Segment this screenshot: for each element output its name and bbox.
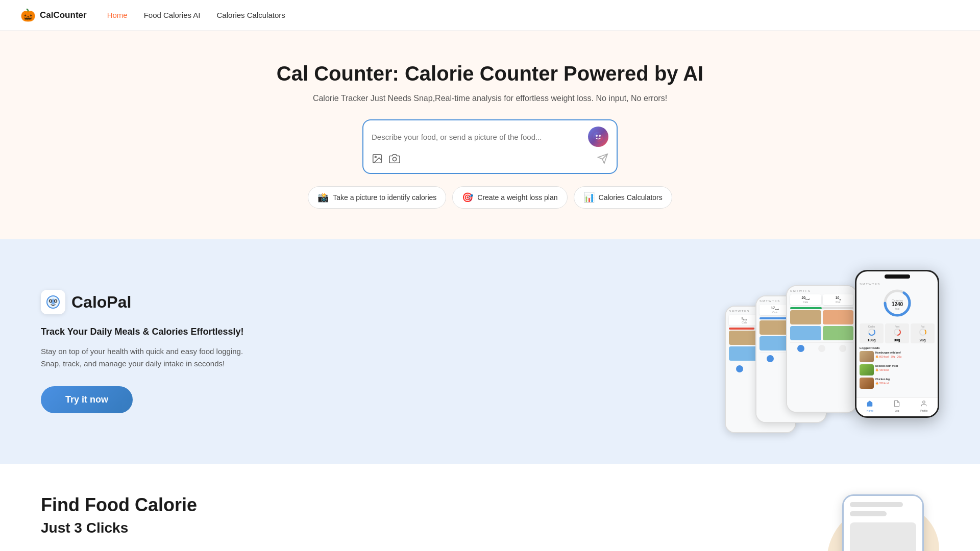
macro-carbs-circle <box>868 328 876 336</box>
svg-point-0 <box>593 132 603 142</box>
phone-main-screen: S M T W T F S Calories 1240 kcal <box>856 271 938 416</box>
nav-link-home[interactable]: Home <box>107 11 128 19</box>
take-picture-label: Take a picture to identify calories <box>333 193 436 202</box>
calopal-name: CaloPal <box>71 293 131 312</box>
search-top <box>372 127 608 147</box>
food-item-row: Hamburger with beef 🔥 600 kcal · 30g · 2… <box>860 351 935 362</box>
weight-loss-label: Create a weight loss plan <box>477 193 557 202</box>
find-phone-frame <box>842 494 924 551</box>
svg-point-4 <box>375 156 376 158</box>
hero-section: Cal Counter: Calorie Counter Powered by … <box>0 31 980 239</box>
food-calories: 🔥 600 kcal · 30g · 20g <box>875 355 935 358</box>
calopal-left: CaloPal Track Your Daily Meals & Calorie… <box>41 290 255 413</box>
search-bottom <box>372 153 608 167</box>
svg-point-5 <box>393 157 396 161</box>
find-phone-bar-1 <box>850 502 903 507</box>
find-food-right <box>796 494 939 551</box>
find-food-title: Find Food Calorie <box>41 494 197 516</box>
food-thumbnail <box>860 378 874 389</box>
calories-display: Calories 1240 kcal <box>860 288 935 320</box>
image-upload-button[interactable] <box>372 153 383 167</box>
food-thumbnail <box>860 364 874 375</box>
svg-text:1240: 1240 <box>891 302 903 307</box>
calc-quick-icon: 📊 <box>583 192 595 203</box>
calculators-button[interactable]: 📊 Calories Calculators <box>574 186 672 209</box>
phone-notch <box>885 274 910 279</box>
macro-fat: Fat 20g <box>911 323 935 343</box>
nav-log: Log <box>893 400 900 412</box>
sec-bar-fill <box>729 328 754 330</box>
macros-row: Carbs 130g Prot <box>860 323 935 343</box>
calculators-label: Calories Calculators <box>599 193 663 202</box>
search-input[interactable] <box>372 133 588 141</box>
phone-mockup-1: S M T W T F S 20kcal Cals 10g Prot <box>786 285 857 413</box>
svg-text:kcal: kcal <box>895 307 899 310</box>
calopal-description: Stay on top of your health with quick an… <box>41 345 255 370</box>
svg-point-1 <box>596 135 598 137</box>
phone-main-mockup: S M T W T F S Calories 1240 kcal <box>855 270 939 418</box>
nav-link-calculators[interactable]: Calories Calculators <box>217 11 285 19</box>
sec-grid-1: 20kcal Cals 10g Prot <box>790 294 853 305</box>
nav-links: Home Food Calories AI Calories Calculato… <box>107 11 285 19</box>
nav-dot <box>797 345 804 352</box>
phone-screen-1: S M T W T F S 20kcal Cals 10g Prot <box>787 286 856 412</box>
ai-avatar <box>588 127 608 147</box>
nav-dot <box>818 345 825 352</box>
phone-mockups: S M T W T F S 3kcal Cals 10g Carbs <box>745 270 939 433</box>
search-container <box>362 119 618 174</box>
find-food-subtitle: Just 3 Clicks <box>41 520 197 536</box>
sec-card: 20kcal Cals <box>790 294 821 305</box>
sec-bar-fill <box>790 307 822 309</box>
phone-main-content: S M T W T F S Calories 1240 kcal <box>856 281 938 393</box>
try-it-now-button[interactable]: Try it now <box>41 386 133 413</box>
nav-dot <box>767 355 774 362</box>
sec-bar <box>790 307 853 309</box>
sec-nav <box>790 342 853 354</box>
food-thumb <box>790 326 821 340</box>
find-food-section: Find Food Calorie Just 3 Clicks <box>0 464 980 551</box>
food-item-row: Chicken leg 🔥 320 kcal <box>860 378 935 389</box>
food-thumbnail <box>860 351 874 362</box>
find-phone-main-area <box>850 522 916 551</box>
food-name: Chicken leg <box>875 378 935 381</box>
logo[interactable]: 🎃 CalCounter <box>20 8 87 22</box>
calopal-tagline: Track Your Daily Meals & Calories Effort… <box>41 327 255 337</box>
macro-protein-circle <box>893 328 901 336</box>
logo-text: CalCounter <box>40 10 87 20</box>
camera-quick-icon: 📸 <box>317 192 329 203</box>
camera-button[interactable] <box>389 153 400 167</box>
food-thumb <box>823 310 854 324</box>
svg-point-22 <box>923 401 925 404</box>
food-info: Hamburger with beef 🔥 600 kcal · 30g · 2… <box>875 351 935 362</box>
macro-carbs: Carbs 130g <box>860 323 884 343</box>
phone-stack: S M T W T F S 3kcal Cals 10g Carbs <box>745 270 939 433</box>
take-picture-button[interactable]: 📸 Take a picture to identify calories <box>308 186 446 209</box>
nav-dot <box>839 345 846 352</box>
sec-card: 10g Prot <box>823 294 854 305</box>
phone-bottom-nav: Home Log Profile <box>856 397 938 416</box>
food-info: Noodles with meat 🔥 430 kcal <box>875 364 935 375</box>
nav-dot <box>736 365 743 372</box>
plan-quick-icon: 🎯 <box>462 192 473 203</box>
logged-foods-header: Logged foods <box>860 346 935 349</box>
navbar: 🎃 CalCounter Home Food Calories AI Calor… <box>0 0 980 31</box>
logo-icon: 🎃 <box>20 8 36 22</box>
sec-header-1: S M T W T F S <box>790 289 853 292</box>
food-name: Hamburger with beef <box>875 351 935 354</box>
calopal-brand: CaloPal <box>41 290 255 314</box>
svg-point-2 <box>599 135 601 137</box>
food-calories: 🔥 430 kcal <box>875 368 935 371</box>
hero-title: Cal Counter: Calorie Counter Powered by … <box>10 61 970 86</box>
find-phone-bar-2 <box>850 511 887 516</box>
macro-protein: Prot 30g <box>885 323 909 343</box>
search-icons <box>372 153 400 167</box>
nav-link-food-calories[interactable]: Food Calories AI <box>144 11 201 19</box>
sec-food-grid <box>790 310 853 340</box>
food-item-row: Noodles with meat 🔥 430 kcal <box>860 364 935 375</box>
send-button[interactable] <box>597 153 608 167</box>
food-name: Noodles with meat <box>875 364 935 367</box>
find-illustration <box>796 494 939 551</box>
food-calories: 🔥 320 kcal <box>875 382 935 385</box>
find-food-left: Find Food Calorie Just 3 Clicks <box>41 494 197 536</box>
weight-loss-plan-button[interactable]: 🎯 Create a weight loss plan <box>452 186 567 209</box>
